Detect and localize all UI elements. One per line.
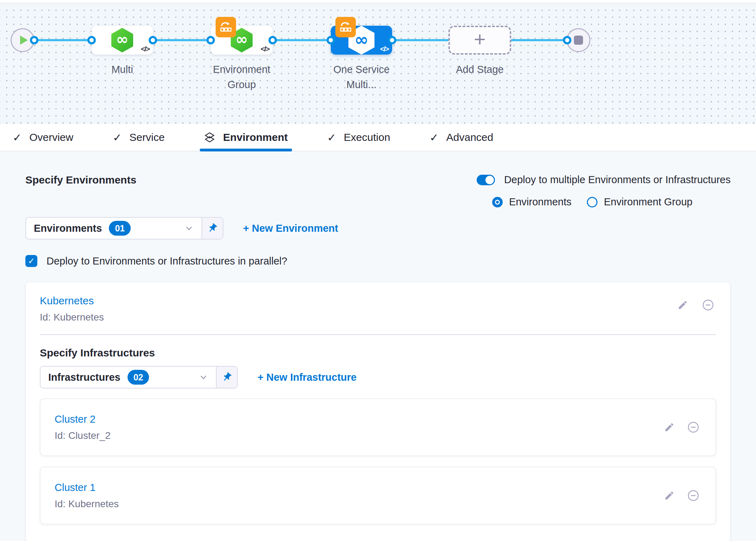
connector-point — [149, 36, 157, 44]
new-infrastructure-link[interactable]: + New Infrastructure — [258, 372, 357, 383]
infrastructures-dropdown-value: Infrastructures — [48, 372, 120, 383]
environments-dropdown[interactable]: Environments 01 — [25, 217, 223, 240]
remove-infrastructure-button[interactable] — [687, 421, 699, 433]
stage-tabs: ✓ Overview ✓ Service Environment ✓ Execu… — [0, 124, 756, 151]
specify-infrastructures-heading: Specify Infrastructures — [40, 347, 716, 359]
pin-button[interactable] — [216, 367, 237, 388]
new-environment-link[interactable]: + New Environment — [243, 223, 338, 234]
radio-environment-group-label: Environment Group — [604, 196, 692, 208]
infrastructure-id: Id: Cluster_2 — [55, 430, 111, 441]
check-icon: ✓ — [327, 131, 336, 144]
infrastructure-info: Cluster 1 Id: Kubernetes — [55, 482, 119, 510]
edit-infrastructure-button[interactable] — [664, 490, 675, 501]
stop-icon — [574, 36, 583, 45]
plus-icon: + — [474, 29, 486, 51]
tab-label: Environment — [223, 131, 287, 143]
harness-infinity-icon: ∞ — [116, 31, 129, 50]
environment-tab-content: Specify Environments Deploy to multiple … — [0, 151, 756, 541]
tab-label: Overview — [29, 131, 73, 143]
environment-id: Id: Kubernetes — [40, 312, 104, 323]
harness-infinity-icon: ∞ — [354, 30, 368, 51]
infrastructures-dropdown[interactable]: Infrastructures 02 — [40, 366, 238, 388]
infrastructure-card-cluster-2: Cluster 2 Id: Cluster_2 — [40, 398, 716, 456]
connector-line — [153, 39, 211, 41]
code-icon: </> — [141, 45, 149, 53]
chevron-down-icon — [184, 224, 194, 233]
tab-label: Execution — [344, 131, 390, 143]
edit-infrastructure-button[interactable] — [664, 422, 675, 433]
parallel-deploy-checkbox-label: Deploy to Environments or Infrastructure… — [47, 255, 287, 267]
connector-point — [30, 36, 38, 44]
divider — [40, 334, 716, 335]
check-icon: ✓ — [430, 131, 439, 144]
rollout-badge-icon — [335, 17, 356, 37]
remove-environment-button[interactable] — [702, 299, 714, 311]
tab-label: Service — [129, 131, 165, 143]
radio-environments-label: Environments — [509, 196, 571, 208]
pin-button[interactable] — [202, 218, 223, 239]
infrastructures-count-badge: 02 — [128, 370, 149, 385]
toggle-knob — [485, 176, 494, 184]
code-icon: </> — [261, 45, 269, 53]
stage-node-multi[interactable]: ∞ </> — [92, 26, 153, 55]
top-strip — [0, 0, 756, 4]
connector-point — [388, 36, 396, 44]
tab-overview[interactable]: ✓ Overview — [13, 124, 73, 151]
code-icon: </> — [380, 45, 389, 53]
infrastructure-info: Cluster 2 Id: Cluster_2 — [55, 413, 111, 441]
pushpin-icon — [219, 370, 234, 385]
connector-point — [206, 36, 215, 44]
multi-env-toggle[interactable] — [477, 175, 495, 185]
infrastructure-card-cluster-1: Cluster 1 Id: Kubernetes — [40, 467, 716, 524]
remove-infrastructure-button[interactable] — [687, 490, 699, 502]
infrastructure-title-link[interactable]: Cluster 1 — [55, 482, 119, 493]
environments-dropdown-value: Environments — [34, 223, 102, 234]
check-icon: ✓ — [113, 131, 122, 144]
tab-label: Advanced — [446, 131, 493, 143]
tab-advanced[interactable]: ✓ Advanced — [430, 124, 494, 151]
pipeline-canvas[interactable]: ∞ </> Multi ∞ </> Environment Group ∞ </… — [0, 4, 756, 124]
stage-label: Multi — [78, 62, 166, 77]
environment-card: Kubernetes Id: Kubernetes Specify Infras… — [25, 282, 731, 541]
check-icon: ✓ — [28, 256, 35, 266]
connector-point — [327, 36, 335, 44]
parallel-deploy-checkbox[interactable]: ✓ — [25, 255, 37, 267]
pushpin-icon — [205, 221, 220, 236]
stage-label: Environment Group — [198, 62, 286, 92]
tab-service[interactable]: ✓ Service — [113, 124, 165, 151]
infrastructure-title-link[interactable]: Cluster 2 — [55, 413, 111, 425]
connector-line — [273, 39, 331, 41]
connector-point — [563, 36, 571, 44]
stage-editor-page: ∞ </> Multi ∞ </> Environment Group ∞ </… — [0, 0, 756, 541]
environment-title-link[interactable]: Kubernetes — [40, 295, 104, 307]
tab-environment[interactable]: Environment — [204, 124, 287, 151]
specify-environments-heading: Specify Environments — [25, 174, 136, 186]
infrastructure-id: Id: Kubernetes — [55, 498, 119, 510]
edit-environment-button[interactable] — [677, 300, 688, 310]
stage-label: One Service Multi... — [317, 62, 405, 92]
deploy-options: Deploy to multiple Environments or Infra… — [477, 174, 731, 208]
connector-line — [34, 39, 92, 41]
chevron-down-icon — [199, 373, 208, 382]
service-hexagon-icon: ∞ — [111, 28, 133, 52]
environment-layers-icon — [204, 132, 215, 143]
check-icon: ✓ — [13, 131, 21, 144]
environments-count-badge: 01 — [109, 221, 131, 236]
multi-env-toggle-label: Deploy to multiple Environments or Infra… — [504, 174, 731, 186]
play-icon — [20, 36, 28, 45]
environment-card-info: Kubernetes Id: Kubernetes — [40, 295, 104, 323]
radio-environments[interactable] — [492, 197, 503, 207]
add-stage-button[interactable]: + — [448, 26, 511, 55]
connector-point — [268, 36, 277, 44]
connector-point — [87, 36, 96, 44]
radio-environment-group[interactable] — [587, 197, 597, 207]
tab-execution[interactable]: ✓ Execution — [327, 124, 390, 151]
stage-label: Add Stage — [436, 62, 524, 77]
harness-infinity-icon: ∞ — [236, 31, 248, 50]
rollout-badge-icon — [216, 17, 236, 37]
